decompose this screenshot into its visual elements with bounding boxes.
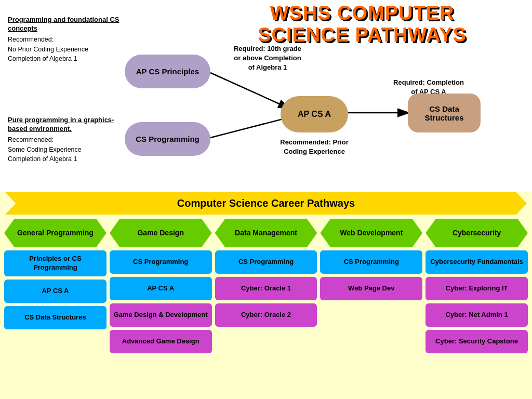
flowchart-area: AP CS Principles CS Programming Required…: [119, 42, 525, 187]
pathway-column-2: Data ManagementCS ProgrammingCyber: Orac…: [215, 219, 317, 353]
cs-programming-node: CS Programming: [125, 122, 210, 156]
top-section: WSHS COMPUTER SCIENCE PATHWAYS Programmi…: [0, 0, 532, 192]
req-text-middle: Required: 10th grade or above Completion…: [231, 44, 304, 73]
course-box-4-1: Cyber: Exploring IT: [425, 277, 528, 300]
desc-body-2: Recommended: Some Coding Experience Comp…: [8, 135, 132, 164]
pathway-header-1: Game Design: [110, 219, 212, 247]
desc-title-2: Pure programming in a graphics-based env…: [8, 116, 132, 134]
course-box-0-1: AP CS A: [4, 280, 107, 303]
course-box-3-1: Web Page Dev: [320, 277, 422, 300]
course-box-4-2: Cyber: Net Admin 1: [425, 303, 528, 327]
pathway-header-3: Web Development: [320, 219, 422, 247]
pathway-header-0: General Programming: [4, 219, 107, 247]
pathway-header-2: Data Management: [215, 219, 317, 247]
pathway-column-3: Web DevelopmentCS ProgrammingWeb Page De…: [320, 219, 422, 353]
svg-line-0: [210, 73, 291, 109]
course-box-1-3: Advanced Game Design: [110, 330, 212, 353]
course-box-0-2: CS Data Structures: [4, 306, 107, 329]
course-box-4-0: Cybersecurity Fundamentals: [425, 250, 528, 274]
course-box-1-2: Game Design & Development: [110, 303, 212, 327]
course-box-4-3: Cyber: Security Capstone: [425, 330, 528, 353]
desc-block-1: Programming and foundational CS concepts…: [8, 16, 132, 64]
desc-body-1: Recommended: No Prior Coding Experience …: [8, 35, 132, 64]
pathway-column-1: Game DesignCS ProgrammingAP CS AGame Des…: [110, 219, 212, 353]
course-box-2-1: Cyber: Oracle 1: [215, 277, 317, 300]
desc-title-1: Programming and foundational CS concepts: [8, 16, 132, 33]
pathway-column-0: General ProgrammingPrinciples or CS Prog…: [4, 219, 107, 353]
pathway-header-4: Cybersecurity: [425, 219, 528, 247]
career-pathways-banner: Computer Science Career Pathways: [5, 192, 527, 215]
cs-data-structures-node: CS Data Structures: [408, 94, 481, 132]
ap-cs-principles-node: AP CS Principles: [125, 55, 210, 88]
course-box-2-0: CS Programming: [215, 250, 317, 274]
page-title: WSHS COMPUTER SCIENCE PATHWAYS: [192, 3, 532, 46]
course-box-3-0: CS Programming: [320, 250, 422, 274]
left-descriptions: Programming and foundational CS concepts…: [5, 5, 135, 187]
pathway-column-4: CybersecurityCybersecurity FundamentalsC…: [425, 219, 528, 353]
ap-cs-a-node: AP CS A: [281, 96, 348, 132]
req-text-bottom: Recommended: Prior Coding Experience: [270, 138, 358, 156]
pathways-container: General ProgrammingPrinciples or CS Prog…: [0, 215, 532, 356]
title-block: WSHS COMPUTER SCIENCE PATHWAYS: [192, 3, 532, 46]
desc-block-2: Pure programming in a graphics-based env…: [8, 116, 132, 164]
course-box-1-1: AP CS A: [110, 277, 212, 300]
course-box-1-0: CS Programming: [110, 250, 212, 274]
bottom-section: Computer Science Career Pathways General…: [0, 192, 532, 399]
course-box-0-0: Principles or CS Programming: [4, 250, 107, 276]
svg-line-1: [210, 117, 291, 138]
course-box-2-2: Cyber: Oracle 2: [215, 303, 317, 327]
